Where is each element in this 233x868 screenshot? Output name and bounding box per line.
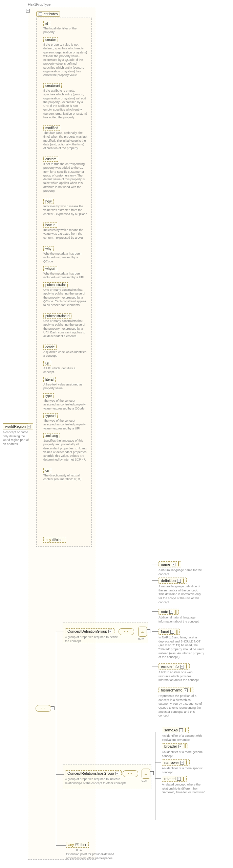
- crg-label-box: ConceptRelationshipsGroup: [65, 770, 122, 776]
- attributes-header: attributes: [36, 11, 60, 17]
- attr-name: type: [43, 393, 54, 398]
- collapse-icon[interactable]: [39, 12, 42, 16]
- child-hierarchyInfo: hierarchyInfoRepresents the position of …: [158, 687, 204, 718]
- child-desc: A natural language name for the concept.: [158, 567, 204, 576]
- more-stub: [190, 688, 191, 692]
- connector: [56, 632, 64, 632]
- cdg-card: 0..∞: [138, 637, 144, 640]
- expand-icon[interactable]: [180, 665, 184, 668]
- more-stub: [178, 562, 179, 566]
- attr-pubconstraint: pubconstraintOne or many constraints tha…: [43, 282, 87, 307]
- attr-desc: Indicates by which means the value was e…: [43, 228, 87, 240]
- attr-desc: One or many constraints that apply to pu…: [43, 319, 87, 338]
- more-stub: [186, 760, 187, 765]
- attr-id: idThe local identifier of the property.: [43, 21, 87, 34]
- child-name: sameAs: [164, 728, 178, 732]
- collapse-icon[interactable]: [108, 630, 112, 633]
- child-desc: An identifier of a concept with equivale…: [162, 733, 208, 742]
- expand-icon[interactable]: −: [147, 629, 150, 633]
- connector: [152, 631, 158, 632]
- more-stub: [185, 728, 186, 732]
- expand-icon[interactable]: [180, 761, 184, 765]
- connector: [152, 580, 158, 581]
- expand-icon[interactable]: [172, 563, 175, 566]
- more-stub: [185, 744, 186, 748]
- child-name: narrower: [164, 760, 179, 765]
- expand-icon[interactable]: [170, 630, 174, 634]
- root-element-name: worldRegion: [5, 424, 26, 428]
- child-desc: A link to an item or a web resource whic…: [158, 670, 204, 682]
- crg-node: ConceptRelationshipsGroup A group of pro…: [65, 770, 129, 785]
- expand-icon[interactable]: −: [150, 771, 154, 775]
- expand-icon[interactable]: [177, 777, 181, 781]
- expand-icon[interactable]: −: [26, 9, 30, 13]
- crg-card: 0..∞: [142, 779, 147, 782]
- child-remoteInfo: remoteInfoA link to an item or a web res…: [158, 663, 204, 682]
- child-sameAs: sameAsAn identifier of a concept with eq…: [162, 727, 208, 742]
- connector: [155, 778, 161, 779]
- connector: [56, 774, 64, 775]
- attr-name: typeuri: [43, 413, 58, 418]
- attr-desc: A URI which identifies a concept.: [43, 367, 87, 374]
- crg-label: ConceptRelationshipsGroup: [67, 771, 114, 775]
- connector: [155, 746, 161, 746]
- child-name: facet: [161, 630, 169, 634]
- more-stub: [176, 630, 177, 634]
- child-definition: definitionA natural language definition …: [158, 578, 204, 604]
- attr-name: creatoruri: [43, 83, 62, 88]
- collapse-icon[interactable]: [115, 772, 119, 775]
- attr-name: whyuri: [43, 266, 57, 271]
- cdg-label: ConceptDefinitionGroup: [67, 629, 107, 633]
- child-desc: In NAR 1.8 and later, facet is deprecate…: [158, 635, 204, 659]
- expand-icon[interactable]: [177, 579, 181, 583]
- child-name: broader: [164, 744, 177, 748]
- sequence-compositor: [119, 628, 134, 635]
- attr-desc: The date (and, optionally, the time) whe…: [43, 131, 87, 150]
- child-box: remoteInfo: [158, 663, 190, 670]
- attr-name: dir: [43, 468, 51, 473]
- connector: [152, 564, 158, 564]
- attr-desc: If the attribute is empty, specifies whi…: [43, 89, 87, 119]
- more-stub: [186, 664, 187, 668]
- child-narrower: narrowerAn identifier of a more specific…: [162, 759, 208, 774]
- expand-icon[interactable]: [179, 728, 183, 732]
- child-desc: A related concept, where the relationshi…: [162, 782, 208, 795]
- expand-icon[interactable]: [178, 745, 182, 748]
- attr-uri: uriA URI which identifies a concept.: [43, 361, 87, 374]
- attr-desc: Specifies the language of this property …: [43, 439, 87, 462]
- child-related: relatedA related concept, where the rela…: [162, 776, 208, 795]
- attr-name: xml:lang: [43, 433, 60, 438]
- connector: [155, 762, 161, 763]
- child-desc: An identifier of a more specific concept…: [162, 766, 208, 774]
- child-name: related: [164, 777, 176, 781]
- more-stub: [183, 579, 184, 583]
- more-stub: [183, 777, 184, 781]
- expand-icon[interactable]: [184, 688, 188, 692]
- attr-desc: One or many constraints that apply to pu…: [43, 288, 87, 307]
- attr-name: pubconstraint: [43, 282, 68, 287]
- attr-name: uri: [43, 361, 51, 366]
- any-ns: ##other: [75, 843, 86, 847]
- attr-desc: Why the metadata has been included - exp…: [43, 272, 87, 280]
- expand-icon[interactable]: −: [51, 706, 55, 710]
- more-stub: [175, 610, 176, 614]
- attr-desc: The type of the concept assigned as cont…: [43, 419, 87, 430]
- child-box: definition: [158, 578, 187, 584]
- child-desc: An identifier of a more generic concept.: [162, 749, 208, 758]
- child-note: noteAdditional natural language informat…: [158, 609, 204, 624]
- any-keyword: any: [68, 843, 74, 847]
- connector: [152, 690, 158, 690]
- child-name: definition: [161, 579, 176, 583]
- expand-icon[interactable]: [169, 610, 173, 614]
- child-facet: facetIn NAR 1.8 and later, facet is depr…: [158, 629, 204, 659]
- child-box: facet: [158, 629, 180, 635]
- attr-desc: The directionality of textual content (e…: [43, 474, 87, 482]
- attr-whyuri: whyuriWhy the metadata has been included…: [43, 266, 87, 280]
- attr-desc: If set to true the corresponding propert…: [43, 162, 87, 193]
- attr-name: howuri: [43, 222, 57, 228]
- child-box: note: [158, 609, 179, 615]
- attr-custom: customIf set to true the corresponding p…: [43, 157, 87, 193]
- sequence-compositor: [36, 705, 51, 712]
- attr-how: howIndicates by which means the value wa…: [43, 199, 87, 216]
- type-label: Flex1PropType: [28, 3, 50, 6]
